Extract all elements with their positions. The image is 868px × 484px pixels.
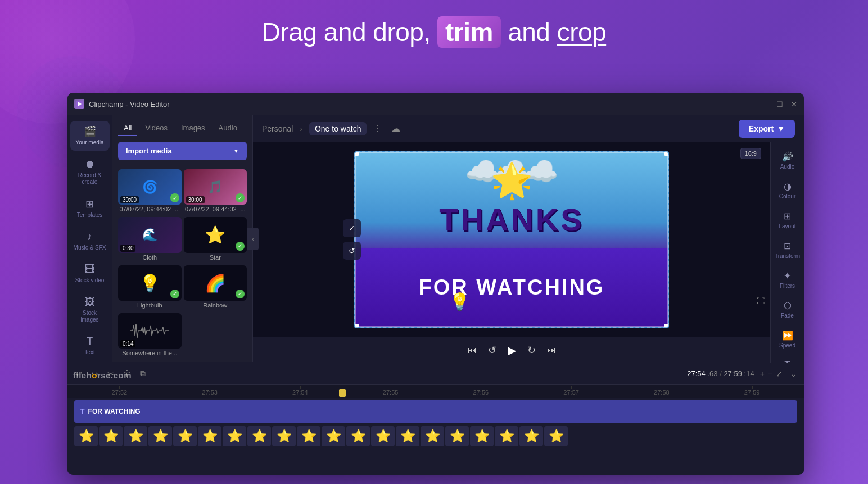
time-current-frames: .63: [707, 369, 717, 378]
playhead-marker: [339, 389, 346, 397]
speed-panel-icon: ⏩: [782, 330, 793, 341]
tab-images[interactable]: Images: [175, 121, 211, 136]
media-item-5[interactable]: 💡 ✓: [118, 265, 182, 301]
right-panel-layout[interactable]: ⊞ Layout: [773, 207, 802, 233]
play-button[interactable]: ▶: [508, 343, 516, 357]
filehorse-highlight: o: [92, 370, 97, 380]
right-panel-text[interactable]: T Text: [773, 356, 802, 363]
maximize-button[interactable]: ☐: [776, 100, 783, 108]
templates-icon: ⊞: [85, 198, 94, 210]
sidebar-item-your-media[interactable]: 🎬 Your media: [70, 121, 110, 151]
templates-label: Templates: [77, 212, 103, 219]
your-media-label: Your media: [75, 139, 103, 146]
cloud-upload-icon[interactable]: ☁: [389, 121, 403, 136]
emoji-cell-12: ⭐: [346, 426, 370, 446]
sidebar-item-templates[interactable]: ⊞ Templates: [70, 193, 110, 223]
fullscreen-button[interactable]: ⛶: [757, 296, 765, 305]
audio-panel-icon: 🔊: [782, 151, 793, 162]
record-create-label: Record & create: [74, 172, 106, 186]
timeline-tracks: T FOR WATCHING ⭐ ⭐ ⭐ ⭐ ⭐ ⭐ ⭐ ⭐ ⭐ ⭐ ⭐ ⭐ ⭐…: [67, 398, 804, 475]
more-options-icon[interactable]: ⋮: [371, 121, 385, 136]
speed-panel-label: Speed: [779, 342, 795, 349]
right-panel-colour[interactable]: ◑ Colour: [773, 178, 802, 203]
forward-button[interactable]: ↻: [527, 344, 536, 356]
minimize-button[interactable]: —: [761, 100, 768, 108]
emoji-cell-13: ⭐: [371, 426, 395, 446]
text-track[interactable]: T FOR WATCHING: [74, 400, 797, 423]
expand-timeline-button[interactable]: ⤢: [776, 369, 783, 378]
right-panel-fade[interactable]: ⬡ Fade: [773, 297, 802, 322]
tab-all[interactable]: All: [118, 121, 137, 136]
preview-action-buttons: ✓ ↺: [343, 219, 361, 260]
rewind-button[interactable]: ↺: [488, 344, 496, 356]
breadcrumb-parent[interactable]: Personal: [262, 124, 293, 133]
sidebar-item-music-sfx[interactable]: ♪ Music & SFX: [70, 227, 110, 256]
emoji-cell-10: ⭐: [297, 426, 320, 446]
video-content: ☁️ ☁️ ☁️ 🌟 THANKS FOR WAT: [355, 152, 668, 327]
zoom-in-button[interactable]: +: [760, 369, 765, 378]
copy-tool-button[interactable]: ⧉: [138, 367, 147, 380]
fade-panel-icon: ⬡: [784, 300, 792, 311]
right-panel-speed[interactable]: ⏩ Speed: [773, 327, 802, 352]
ruler-mark-4: 27:55: [345, 389, 436, 396]
checkmark-button[interactable]: ✓: [343, 219, 361, 237]
resize-handle-tl[interactable]: [355, 152, 359, 156]
zoom-out-button[interactable]: −: [768, 369, 772, 378]
breadcrumb-current[interactable]: One to watch: [309, 122, 367, 135]
media-item-3[interactable]: 🌊 0:30: [118, 217, 182, 252]
export-button[interactable]: Export ▼: [739, 120, 795, 138]
text-label: Text: [84, 349, 94, 356]
tab-videos[interactable]: Videos: [139, 121, 173, 136]
tagline-suffix: and: [501, 17, 557, 47]
filters-panel-label: Filters: [780, 283, 795, 289]
sidebar-item-stock-video[interactable]: 🎞 Stock video: [70, 259, 110, 288]
media-duration-2: 30:00: [186, 196, 205, 203]
emoji-cell-3: ⭐: [124, 426, 147, 446]
thanks-text: THANKS: [439, 201, 584, 238]
right-panel-transform[interactable]: ⊡ Transform: [773, 237, 802, 263]
media-check-1: ✓: [170, 193, 179, 202]
media-item-wrapper-3: 🌊 0:30 Cloth: [118, 217, 182, 263]
resize-handle-tr[interactable]: [664, 152, 668, 156]
import-dropdown-arrow: ▼: [233, 148, 239, 154]
media-item-1[interactable]: 🌀 30:00 ✓: [118, 169, 182, 205]
sidebar-item-text[interactable]: T Text: [70, 331, 110, 360]
ruler-mark-1: 27:52: [74, 389, 165, 396]
sidebar-item-record-create[interactable]: ⏺ Record & create: [70, 154, 110, 190]
skip-forward-button[interactable]: ⏭: [547, 345, 556, 355]
aspect-ratio-badge[interactable]: 16:9: [740, 148, 761, 159]
import-media-button[interactable]: Import media ▼: [118, 142, 247, 160]
undo-button[interactable]: ↺: [343, 242, 361, 260]
media-item-6[interactable]: 🌈 ✓: [184, 265, 247, 301]
editor-main: Personal › One to watch ⋮ ☁ Export ▼ 16:…: [253, 115, 804, 363]
layout-panel-icon: ⊞: [784, 211, 791, 221]
media-item-4[interactable]: ⭐ ✓: [184, 217, 247, 252]
export-label: Export: [749, 124, 774, 133]
playback-controls: ⏮ ↺ ▶ ↻ ⏭: [253, 337, 770, 363]
time-current: 27:54: [687, 369, 706, 378]
skip-back-button[interactable]: ⏮: [468, 345, 477, 355]
emoji-cell-11: ⭐: [322, 426, 345, 446]
timeline-chevron-down[interactable]: ⌄: [790, 369, 797, 378]
media-label-3: Cloth: [118, 253, 182, 263]
tab-audio[interactable]: Audio: [213, 121, 243, 136]
right-panel-audio[interactable]: 🔊 Audio: [773, 148, 802, 173]
close-button[interactable]: ✕: [791, 100, 797, 108]
right-panel-filters[interactable]: ✦ Filters: [773, 267, 802, 292]
media-grid: 🌀 30:00 ✓ 07/07/22, 09:44:02 -... 🎵: [112, 166, 252, 362]
media-label-2: 07/07/22, 09:44:02 -...: [184, 205, 247, 215]
media-label-1: 07/07/22, 09:44:02 -...: [118, 205, 182, 215]
watching-bar: FOR WATCHING 💡: [355, 248, 668, 327]
media-item-7[interactable]: 0:14: [118, 313, 182, 349]
stock-images-label: Stock images: [74, 310, 106, 323]
video-canvas: ☁️ ☁️ ☁️ 🌟 THANKS FOR WAT: [354, 151, 669, 328]
media-item-wrapper-1: 🌀 30:00 ✓ 07/07/22, 09:44:02 -...: [118, 169, 182, 215]
video-preview: 16:9 ☁️ ☁️ ☁️: [253, 142, 770, 337]
star-emoji: 🌟: [491, 161, 533, 201]
media-item-2[interactable]: 🎵 30:00 ✓: [184, 169, 247, 205]
sidebar-item-stock-images[interactable]: 🖼 Stock images: [70, 292, 110, 328]
emoji-track: ⭐ ⭐ ⭐ ⭐ ⭐ ⭐ ⭐ ⭐ ⭐ ⭐ ⭐ ⭐ ⭐ ⭐ ⭐ ⭐ ⭐ ⭐ ⭐ ⭐: [74, 425, 797, 447]
panel-collapse-handle[interactable]: ‹: [247, 228, 259, 250]
media-item-wrapper-2: 🎵 30:00 ✓ 07/07/22, 09:44:02 -...: [184, 169, 247, 215]
stock-images-icon: 🖼: [85, 296, 95, 308]
